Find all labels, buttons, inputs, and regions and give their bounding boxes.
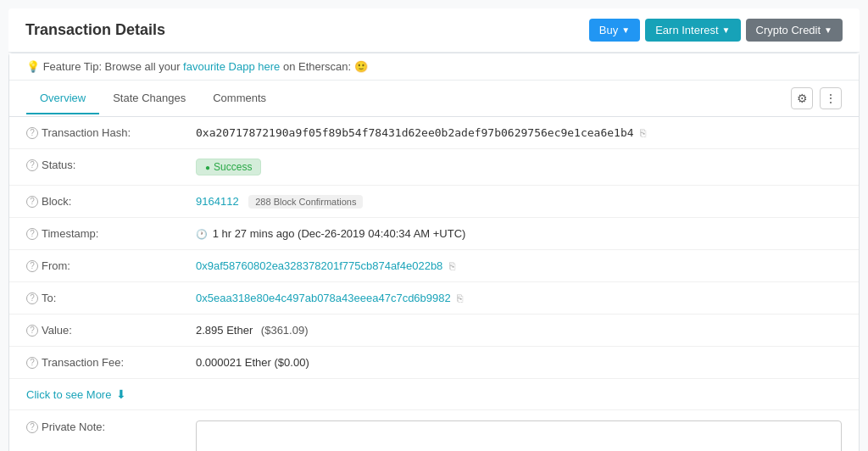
clock-icon: 🕐 (196, 229, 208, 239)
block-help-icon[interactable]: ? (26, 196, 38, 208)
from-label: ? From: (26, 259, 196, 272)
favourite-dapp-link[interactable]: favourite Dapp here (183, 60, 280, 73)
transaction-fee-value: 0.000021 Ether ($0.00) (196, 356, 842, 369)
copy-from-icon[interactable]: ⎘ (449, 260, 455, 272)
settings-icon-button[interactable]: ⚙ (791, 87, 813, 109)
page-title: Transaction Details (25, 21, 165, 39)
transaction-hash-value: 0xa20717872190a9f05f89b54f78431d62ee0b2a… (196, 126, 842, 139)
click-to-see-more[interactable]: Click to see More ⬇ (9, 379, 859, 410)
block-confirmations-badge: 288 Block Confirmations (248, 195, 363, 209)
value-label: ? Value: (26, 324, 196, 337)
buy-button[interactable]: Buy ▼ (589, 19, 640, 42)
timestamp-row: ? Timestamp: 🕐 1 hr 27 mins ago (Dec-26-… (9, 218, 859, 250)
tab-overview[interactable]: Overview (26, 83, 99, 114)
from-help-icon[interactable]: ? (26, 260, 38, 272)
block-label: ? Block: (26, 195, 196, 208)
status-value: ● Success (196, 159, 842, 175)
private-note-input-wrapper (196, 420, 842, 451)
timestamp-help-icon[interactable]: ? (26, 228, 38, 240)
down-arrow-icon: ⬇ (116, 387, 126, 401)
transaction-hash-label: ? Transaction Hash: (26, 126, 196, 139)
crypto-arrow-icon: ▼ (824, 25, 832, 35)
top-buttons: Buy ▼ Earn Interest ▼ Crypto Credit ▼ (589, 19, 843, 42)
from-row: ? From: 0x9af58760802ea328378201f775cb87… (9, 250, 859, 282)
status-row: ? Status: ● Success (9, 149, 859, 186)
value-amount: 2.895 Ether (196, 324, 253, 337)
tabs: Overview State Changes Comments (26, 83, 280, 114)
status-help-icon[interactable]: ? (26, 159, 38, 171)
value-row: ? Value: 2.895 Ether ($361.09) (9, 315, 859, 347)
block-number-link[interactable]: 9164112 (196, 195, 239, 208)
buy-arrow-icon: ▼ (621, 25, 630, 35)
value-value: 2.895 Ether ($361.09) (196, 324, 842, 337)
tab-state-changes[interactable]: State Changes (99, 83, 199, 114)
status-label: ? Status: (26, 159, 196, 171)
transaction-hash-row: ? Transaction Hash: 0xa20717872190a9f05f… (9, 117, 859, 149)
details-section: ? Transaction Hash: 0xa20717872190a9f05f… (9, 117, 859, 379)
timestamp-label: ? Timestamp: (26, 227, 196, 240)
feature-tip: 💡 Feature Tip: Browse all your favourite… (9, 53, 859, 81)
transaction-fee-label: ? Transaction Fee: (26, 356, 196, 369)
tab-icons: ⚙ ⋮ (791, 81, 842, 116)
status-dot-icon: ● (205, 163, 210, 172)
value-usd: ($361.09) (261, 324, 309, 337)
transaction-fee-row: ? Transaction Fee: 0.000021 Ether ($0.00… (9, 347, 859, 379)
status-badge: ● Success (196, 159, 261, 175)
top-bar: Transaction Details Buy ▼ Earn Interest … (8, 8, 860, 53)
to-row: ? To: 0x5eaa318e80e4c497ab078a43eeea47c7… (9, 282, 859, 315)
private-note-row: ? Private Note: (26, 420, 842, 451)
copy-hash-icon[interactable]: ⎘ (640, 127, 646, 139)
private-note-help-icon[interactable]: ? (26, 421, 38, 433)
to-help-icon[interactable]: ? (26, 292, 38, 304)
private-note-section: ? Private Note: Tip: A private note (up … (9, 410, 859, 451)
tab-comments[interactable]: Comments (199, 83, 280, 114)
copy-to-icon[interactable]: ⎘ (457, 292, 463, 304)
to-value: 0x5eaa318e80e4c497ab078a43eeea47c7cd6b99… (196, 292, 842, 304)
tabs-bar: Overview State Changes Comments ⚙ ⋮ (9, 81, 859, 117)
earn-interest-button[interactable]: Earn Interest ▼ (645, 19, 740, 42)
from-value: 0x9af58760802ea328378201f775cb874af4e022… (196, 259, 842, 272)
transaction-hash-help-icon[interactable]: ? (26, 127, 38, 139)
timestamp-value: 🕐 1 hr 27 mins ago (Dec-26-2019 04:40:34… (196, 227, 842, 240)
from-address-link[interactable]: 0x9af58760802ea328378201f775cb874af4e022… (196, 259, 442, 272)
private-note-label: ? Private Note: (26, 420, 196, 433)
transaction-fee-help-icon[interactable]: ? (26, 357, 38, 369)
more-options-icon-button[interactable]: ⋮ (820, 87, 842, 109)
block-value: 9164112 288 Block Confirmations (196, 195, 842, 208)
to-label: ? To: (26, 292, 196, 304)
crypto-credit-button[interactable]: Crypto Credit ▼ (746, 19, 843, 42)
value-help-icon[interactable]: ? (26, 325, 38, 337)
to-address-link[interactable]: 0x5eaa318e80e4c497ab078a43eeea47c7cd6b99… (196, 292, 451, 304)
tip-icon: 💡 (26, 60, 40, 73)
main-card: 💡 Feature Tip: Browse all your favourite… (8, 53, 860, 451)
private-note-textarea[interactable] (196, 420, 842, 451)
earn-arrow-icon: ▼ (722, 25, 731, 35)
block-row: ? Block: 9164112 288 Block Confirmations (9, 186, 859, 218)
